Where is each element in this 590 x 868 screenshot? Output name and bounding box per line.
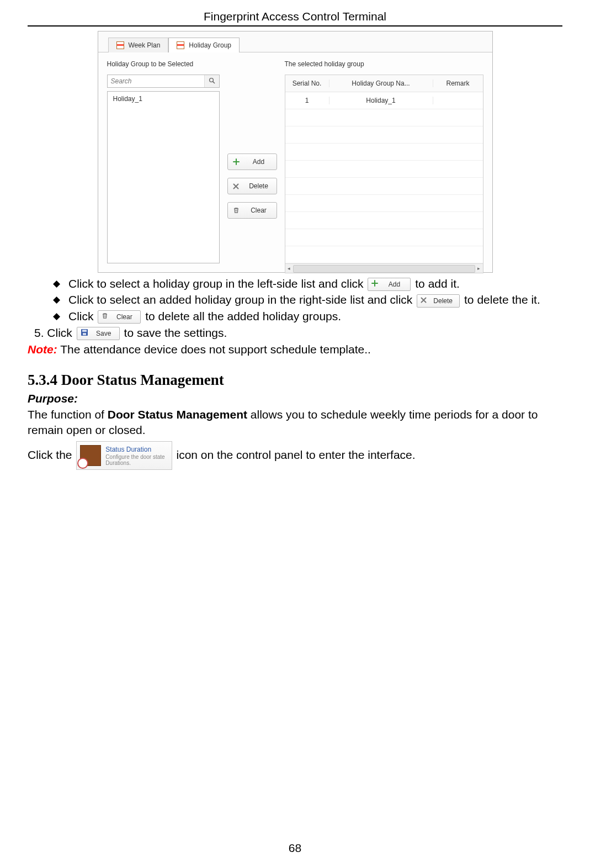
- card-title: Status Duration: [105, 445, 164, 454]
- button-label: Delete: [432, 297, 454, 305]
- page-number: 68: [0, 841, 590, 855]
- clear-button[interactable]: Clear: [227, 202, 277, 219]
- section-heading: 5.3.4 Door Status Management: [28, 370, 562, 390]
- button-label: Save: [94, 329, 114, 338]
- bold-text: Door Status Management: [108, 408, 247, 421]
- col-name: Holiday Group Na...: [329, 80, 433, 87]
- bullet-item: Click Clear to delete all the added holi…: [53, 309, 562, 324]
- table-row: [285, 178, 483, 195]
- text: Click: [68, 310, 94, 322]
- search-button[interactable]: [204, 75, 219, 87]
- text: Click to select a holiday group in the l…: [68, 277, 364, 290]
- list-item[interactable]: Holiday_1: [108, 92, 219, 106]
- scroll-right-arrow[interactable]: ▸: [476, 265, 482, 272]
- source-listbox[interactable]: Holiday_1: [107, 91, 220, 263]
- inline-clear-button: Clear: [98, 310, 141, 324]
- search-input[interactable]: [108, 75, 204, 87]
- table-row: [285, 161, 483, 178]
- table-row: [285, 229, 483, 246]
- left-section-label: Holiday Group to be Selected: [107, 60, 220, 68]
- button-label: Add: [384, 280, 405, 289]
- inline-delete-button: Delete: [417, 294, 460, 308]
- bullet-item: Click to select an added holiday group i…: [53, 292, 562, 308]
- svg-rect-3: [82, 330, 87, 332]
- add-button[interactable]: Add: [227, 154, 277, 170]
- tab-label: Holiday Group: [189, 41, 231, 49]
- text: Click the: [28, 448, 75, 461]
- table-row: [285, 126, 483, 144]
- status-duration-card: Status Duration Configure the door state…: [76, 441, 172, 470]
- holiday-group-panel: Week Plan Holiday Group Holiday Group to…: [98, 31, 493, 273]
- inline-save-button: Save: [77, 327, 120, 340]
- note-line: Note: The attendance device does not sup…: [28, 342, 562, 357]
- card-subtitle: Configure the door state: [105, 454, 164, 460]
- save-icon: [81, 329, 88, 338]
- text: icon on the control panel to enter the i…: [177, 448, 416, 461]
- search-wrap: [107, 75, 220, 88]
- svg-rect-4: [83, 333, 86, 335]
- bullet-list: Click to select a holiday group in the l…: [53, 276, 562, 324]
- search-icon: [209, 77, 215, 86]
- right-section-label: The selected holiday group: [285, 60, 483, 68]
- step-5: 5. Click Save to save the settings.: [34, 325, 562, 341]
- page-title: Fingerprint Access Control Terminal: [28, 10, 562, 27]
- table-row: [285, 144, 483, 161]
- bullet-item: Click to select a holiday group in the l…: [53, 276, 562, 292]
- svg-point-0: [209, 78, 213, 82]
- text: 5. Click: [34, 326, 72, 339]
- tab-label: Week Plan: [129, 41, 161, 49]
- text: The function of: [28, 408, 108, 421]
- door-clock-icon: [80, 445, 101, 466]
- text: to add it.: [415, 277, 460, 290]
- button-label: Clear: [114, 313, 135, 321]
- click-the-line: Click the Status Duration Configure the …: [28, 441, 562, 470]
- note-text: The attendance device does not support s…: [57, 343, 371, 356]
- x-icon: [232, 182, 240, 190]
- purpose-label: Purpose:: [28, 391, 562, 406]
- table-row: [285, 195, 483, 212]
- x-icon: [421, 297, 427, 305]
- selected-table: Serial No. Holiday Group Na... Remark 1 …: [285, 75, 483, 273]
- purpose-text: The function of Door Status Management a…: [28, 407, 562, 438]
- cell-name: Holiday_1: [329, 97, 433, 104]
- cell-serial: 1: [285, 97, 329, 104]
- col-remark: Remark: [433, 80, 483, 87]
- trash-icon: [232, 207, 240, 214]
- tab-holiday-group[interactable]: Holiday Group: [168, 38, 240, 52]
- inline-add-button: Add: [368, 278, 411, 291]
- text: Click to select an added holiday group i…: [68, 293, 412, 306]
- calendar-icon: [116, 41, 124, 49]
- plus-icon: [232, 158, 240, 166]
- table-row: [285, 212, 483, 229]
- svg-line-1: [212, 81, 214, 83]
- tab-week-plan[interactable]: Week Plan: [108, 38, 169, 52]
- button-label: Delete: [246, 182, 272, 190]
- table-header: Serial No. Holiday Group Na... Remark: [285, 75, 483, 92]
- table-row[interactable]: 1 Holiday_1: [285, 92, 483, 109]
- note-label: Note:: [28, 343, 57, 356]
- trash-icon: [102, 313, 108, 321]
- calendar-icon: [177, 41, 184, 49]
- text: to delete the it.: [464, 293, 540, 306]
- button-label: Add: [246, 158, 272, 166]
- text: to save the settings.: [124, 326, 227, 339]
- col-serial: Serial No.: [285, 80, 329, 87]
- scroll-left-arrow[interactable]: ◂: [286, 265, 293, 272]
- table-row: [285, 109, 483, 126]
- text: to delete all the added holiday groups.: [145, 310, 341, 322]
- button-label: Clear: [246, 207, 272, 214]
- horizontal-scrollbar[interactable]: ◂ ▸: [285, 263, 483, 273]
- card-subtitle: Durations.: [105, 460, 164, 466]
- plus-icon: [371, 280, 378, 289]
- table-row: [285, 246, 483, 263]
- scroll-thumb[interactable]: [293, 265, 475, 273]
- tabs-bar: Week Plan Holiday Group: [98, 31, 492, 52]
- delete-button[interactable]: Delete: [227, 178, 277, 194]
